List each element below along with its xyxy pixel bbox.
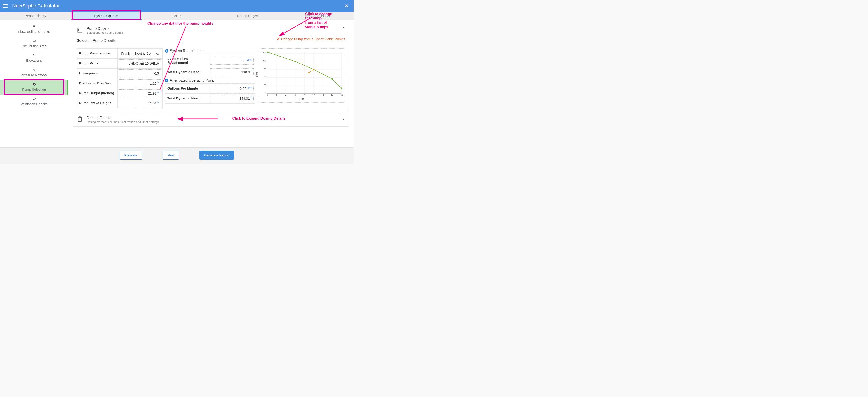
svg-point-43 <box>313 69 314 70</box>
tab-system-options[interactable]: System Options <box>71 12 142 20</box>
generate-report-button[interactable]: Generate Report <box>199 151 234 160</box>
sidebar-item-label: Flow, Soil, and Tanks <box>0 30 68 33</box>
field-row: Pump Height (inches)21.91in <box>76 88 162 98</box>
svg-point-38 <box>294 61 296 62</box>
svg-point-40 <box>332 78 333 80</box>
change-pump-link[interactable]: Change Pump from a List of Viable Pumps <box>276 37 345 41</box>
sidebar-icon <box>0 24 68 30</box>
sidebar-item-label: Elevations <box>0 59 68 62</box>
svg-text:50: 50 <box>264 84 267 87</box>
field-value-input[interactable]: 130.3ft <box>210 68 254 76</box>
sidebar-item-label: Validation Checks <box>0 102 68 106</box>
field-label: Horsepower <box>77 68 118 78</box>
field-value-input[interactable]: 0.5 <box>119 69 161 77</box>
sidebar-icon <box>0 68 68 73</box>
svg-point-42 <box>308 72 310 73</box>
main-content: Change any data for the pump heights Cli… <box>68 20 353 147</box>
unit-label: gpm <box>247 86 252 89</box>
sidebar-item-flow-soil-and-tanks[interactable]: Flow, Soil, and Tanks <box>0 22 68 37</box>
svg-point-2 <box>34 84 36 86</box>
sidebar-item-distribution-area[interactable]: Distribution Area <box>0 37 68 51</box>
field-label: Pump Height (inches) <box>77 88 118 98</box>
field-value-input[interactable]: 10.06gpm <box>210 85 254 92</box>
field-label: Total Dynamic Head <box>165 67 209 77</box>
unit-label: in <box>157 81 159 84</box>
svg-text:2: 2 <box>276 94 277 96</box>
pump-details-header[interactable]: Pump Details Select and edit pump detail… <box>73 24 349 37</box>
svg-text:6: 6 <box>294 94 296 96</box>
field-row: Gallons Per Minute10.06gpm <box>165 84 255 94</box>
info-icon[interactable]: i <box>165 49 168 53</box>
left-sidebar: Flow, Soil, and TanksDistribution AreaEl… <box>0 20 68 147</box>
dosing-details-panel[interactable]: Dosing Details Dosing method, volumes, f… <box>73 113 349 127</box>
expand-icon[interactable]: ⌄ <box>342 116 345 121</box>
field-row: Pump ModelLittleGiant 10-WE10 <box>76 58 162 68</box>
menu-icon[interactable] <box>3 3 9 9</box>
close-icon[interactable]: ✕ <box>342 2 351 10</box>
unit-label: ft <box>250 96 252 99</box>
field-label: Pump Intake Height <box>77 98 118 108</box>
footer-bar: Previous Next Generate Report <box>0 148 353 164</box>
svg-point-37 <box>267 51 268 53</box>
field-label: Pump Manufacturer <box>77 49 118 58</box>
field-value-input[interactable]: 1.25in <box>119 79 161 87</box>
pencil-icon <box>276 37 280 41</box>
pump-details-panel: Pump Details Select and edit pump detail… <box>73 24 349 111</box>
sidebar-item-label: Distribution Area <box>0 44 68 48</box>
tab-report-validation[interactable]: Report Validation <box>283 12 353 20</box>
sidebar-item-elevations[interactable]: Elevations <box>0 51 68 66</box>
unit-label: ft <box>250 70 252 72</box>
field-row: System Flow Requirement8.8gpm <box>165 54 255 67</box>
svg-text:8: 8 <box>304 94 305 96</box>
sidebar-item-validation-checks[interactable]: Validation Checks <box>0 94 68 109</box>
unit-label: in <box>157 91 159 94</box>
sidebar-item-pump-selection[interactable]: Pump Selection <box>0 80 68 94</box>
tab-report-pages[interactable]: Report Pages <box>212 12 283 20</box>
svg-text:16: 16 <box>340 94 343 96</box>
field-label: Total Dynamic Head <box>165 94 209 103</box>
selected-pump-title: Selected Pump Details <box>76 38 116 43</box>
sidebar-icon <box>0 53 68 59</box>
field-value-input[interactable]: LittleGiant 10-WE10 <box>119 59 161 67</box>
previous-button[interactable]: Previous <box>120 151 142 160</box>
field-value-input[interactable]: 21.91in <box>119 89 161 97</box>
chart-y-axis-label: Feet <box>256 72 258 77</box>
pump-curve-chart-column: Feet 0501001502002500246810121416 GPM <box>257 49 345 108</box>
collapse-icon[interactable]: ⌃ <box>342 26 345 31</box>
change-pump-link-text: Change Pump from a List of Viable Pumps <box>281 37 345 41</box>
main-body: Flow, Soil, and TanksDistribution AreaEl… <box>0 20 353 147</box>
sidebar-item-label: Pressure Network <box>0 73 68 77</box>
field-row: Pump Intake Height11.51in <box>76 98 162 108</box>
info-icon[interactable]: i <box>165 79 168 82</box>
pump-curve-chart: Feet 0501001502002500246810121416 GPM <box>257 49 345 103</box>
pump-spec-column: Pump ManufacturerFranklin Electric Co., … <box>76 49 162 108</box>
sidebar-item-pressure-network[interactable]: Pressure Network <box>0 66 68 80</box>
field-label: System Flow Requirement <box>165 54 209 67</box>
unit-label: gpm <box>247 58 252 61</box>
next-button[interactable]: Next <box>162 151 179 160</box>
svg-text:10: 10 <box>312 94 315 96</box>
field-label: Discharge Pipe Size <box>77 79 118 88</box>
svg-text:100: 100 <box>262 76 266 79</box>
tab-costs[interactable]: Costs <box>142 12 212 20</box>
app-title: NewSeptic Calculator <box>12 3 342 9</box>
tab-report-history[interactable]: Report History <box>0 12 71 20</box>
clipboard-icon <box>76 116 83 123</box>
operating-point-header: i Anticipated Operating Point <box>165 79 255 83</box>
pump-panel-subtitle: Select and edit pump details <box>87 31 338 34</box>
field-value-input[interactable]: Franklin Electric Co., Inc. <box>119 50 161 57</box>
field-row: Pump ManufacturerFranklin Electric Co., … <box>76 49 162 59</box>
field-row: Total Dynamic Head149.01ft <box>165 93 255 103</box>
svg-text:4: 4 <box>285 94 286 96</box>
svg-rect-0 <box>33 40 35 41</box>
field-value-input[interactable]: 149.01ft <box>210 94 254 102</box>
pump-panel-title: Pump Details <box>87 26 338 31</box>
system-requirement-column: i System Requirement: System Flow Requir… <box>165 49 255 108</box>
app-header: NewSeptic Calculator ✕ <box>0 0 353 12</box>
field-value-input[interactable]: 11.51in <box>119 99 161 107</box>
field-row: Total Dynamic Head130.3ft <box>165 67 255 77</box>
system-requirement-header: i System Requirement: <box>165 49 255 53</box>
chart-plot-area: 0501001502002500246810121416 <box>259 51 343 98</box>
field-value-input[interactable]: 8.8gpm <box>210 57 254 65</box>
svg-text:12: 12 <box>321 94 324 96</box>
